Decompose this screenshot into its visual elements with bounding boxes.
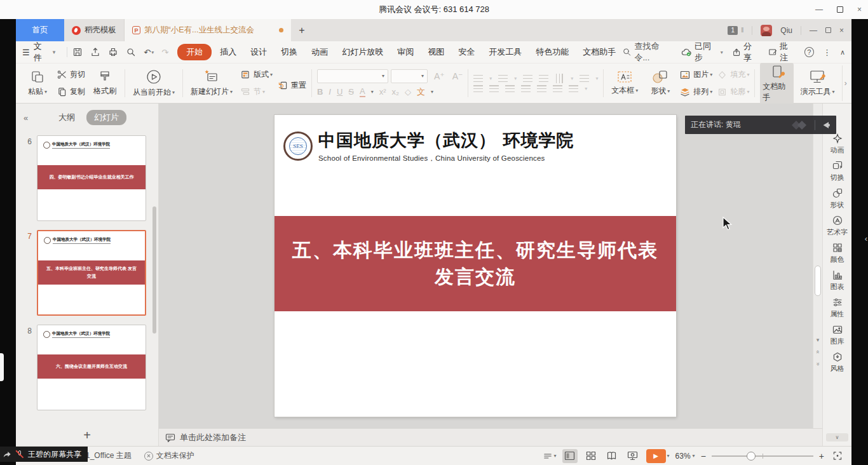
slide-title-banner: 五、本科毕业班班主任、研究生导师代表 发言交流 bbox=[275, 216, 676, 311]
chevron-down-icon: ▾ bbox=[53, 49, 56, 55]
tab-home[interactable]: 首页 bbox=[16, 19, 64, 41]
return-arrow-icon[interactable] bbox=[820, 121, 831, 130]
ribbon-overflow-button[interactable]: › bbox=[842, 65, 849, 101]
sidebar-item-colors[interactable]: 颜色 bbox=[831, 243, 844, 264]
picture-button[interactable]: 图片▾ bbox=[680, 68, 712, 82]
slide-thumbnail-8[interactable]: 中国地质大学（武汉）环境学院 六、围绕会议主题开展师生互动交流 bbox=[37, 325, 146, 410]
sidebar-item-wordart[interactable]: 艺术字 bbox=[827, 215, 848, 237]
quick-access-toolbar: ↶ ▾ ↷ bbox=[72, 47, 168, 57]
meeting-restore-icon[interactable] bbox=[837, 6, 843, 13]
more-menu-icon[interactable]: ⋮ bbox=[823, 48, 831, 57]
tab-docer-templates[interactable]: 稻壳模板 bbox=[64, 19, 125, 41]
find-command-box[interactable]: 查找命令... bbox=[623, 41, 672, 64]
doc-assistant-button[interactable]: 文档助手 bbox=[760, 63, 794, 104]
slide-sorter-button[interactable] bbox=[583, 449, 599, 463]
sidebar-item-shapes[interactable]: 形状 bbox=[831, 188, 844, 210]
zoom-slider-knob[interactable] bbox=[747, 452, 756, 461]
ribbon-tab-transition[interactable]: 切换 bbox=[274, 44, 304, 60]
file-menu[interactable]: ☰ 文件 ▾ bbox=[22, 41, 55, 64]
notes-bar[interactable]: 单击此处添加备注 bbox=[159, 428, 822, 446]
user-avatar[interactable] bbox=[761, 25, 772, 36]
tab-outline[interactable]: 大纲 bbox=[52, 110, 81, 125]
zoom-slider[interactable] bbox=[712, 452, 813, 461]
zoom-out-button[interactable]: − bbox=[701, 451, 706, 461]
collapse-sidebar-button[interactable]: ∨ bbox=[826, 433, 848, 441]
collapse-panel-icon[interactable]: « bbox=[24, 113, 28, 123]
vertical-scrollbar[interactable]: ▾ « « bbox=[813, 104, 822, 428]
current-slide[interactable]: SES 中国地质大学（武汉） 环境学院 School of Environmen… bbox=[275, 115, 676, 417]
sidebar-item-style[interactable]: 风格 bbox=[831, 352, 844, 374]
cut-button[interactable]: 剪切 bbox=[57, 68, 85, 82]
slideshow-view-button[interactable] bbox=[625, 449, 641, 463]
tab-slides[interactable]: 幻灯片 bbox=[86, 110, 126, 125]
wps-close-icon[interactable]: × bbox=[839, 26, 844, 35]
zoom-level-button[interactable]: 63% ▾ bbox=[675, 452, 695, 461]
meeting-close-icon[interactable]: × bbox=[857, 5, 862, 14]
notes-toggle-button[interactable]: ▾ bbox=[543, 452, 557, 461]
format-painter-button[interactable]: 格式刷 bbox=[90, 69, 119, 98]
sidebar-item-gallery[interactable]: 图库 bbox=[831, 325, 844, 346]
collapse-ribbon-icon[interactable]: ∧ bbox=[840, 48, 845, 57]
wps-restore-icon[interactable] bbox=[825, 27, 831, 33]
sidebar-item-animation[interactable]: 动画 bbox=[831, 133, 844, 155]
next-slide-icon[interactable]: « bbox=[813, 360, 822, 368]
save-icon[interactable] bbox=[72, 47, 83, 57]
ribbon-tab-security[interactable]: 安全 bbox=[451, 44, 482, 60]
ribbon-tab-view[interactable]: 视图 bbox=[421, 44, 451, 60]
ribbon-tab-design[interactable]: 设计 bbox=[243, 44, 274, 60]
copy-button[interactable]: 复制 bbox=[57, 85, 85, 99]
textbox-button[interactable]: 文本框▾ bbox=[609, 69, 641, 97]
theme-label[interactable]: 1_Office 主题 bbox=[86, 450, 132, 461]
tab-current-document[interactable]: P 第八期“小E有...业生线上交流会 bbox=[125, 19, 291, 41]
layout-button[interactable]: 版式▾ bbox=[240, 68, 273, 82]
paste-button[interactable]: 粘贴▾ bbox=[23, 68, 52, 98]
scroll-down-icon[interactable]: ▾ bbox=[813, 335, 822, 344]
ribbon-tab-animation[interactable]: 动画 bbox=[304, 44, 335, 60]
slide-thumbnail-6[interactable]: 中国地质大学（武汉）环境学院 四、娄明敏副书记介绍毕业生就业相关工作 bbox=[37, 135, 146, 221]
message-count-badge[interactable]: 1 bbox=[728, 26, 738, 35]
print-icon[interactable] bbox=[108, 47, 118, 57]
reading-view-button[interactable] bbox=[604, 449, 620, 463]
help-button[interactable]: ? bbox=[804, 47, 814, 57]
ribbon-tab-developer[interactable]: 开发工具 bbox=[482, 44, 529, 60]
new-slide-button[interactable]: 新建幻灯片▾ bbox=[188, 68, 235, 98]
ribbon-tab-features[interactable]: 特色功能 bbox=[529, 44, 576, 60]
new-tab-button[interactable]: + bbox=[291, 19, 313, 41]
export-icon[interactable] bbox=[90, 47, 100, 57]
slide-thumbnail-7-selected[interactable]: 中国地质大学（武汉）环境学院 五、本科毕业班班主任、研究生导师代表 发言交流 bbox=[37, 230, 146, 316]
sidebar-item-properties[interactable]: 属性 bbox=[831, 297, 844, 319]
present-tools-button[interactable]: 演示工具▾ bbox=[799, 68, 836, 98]
scrollbar-thumb[interactable] bbox=[815, 266, 821, 296]
fit-slide-button[interactable] bbox=[830, 449, 845, 463]
play-options-icon[interactable]: ▾ bbox=[667, 453, 670, 459]
ribbon-tab-review[interactable]: 审阅 bbox=[390, 44, 421, 60]
screen-share-indicator[interactable]: 王碧的屏幕共享 bbox=[0, 447, 88, 462]
thumbnail-scrollbar[interactable] bbox=[153, 206, 156, 334]
add-slide-button[interactable]: + bbox=[16, 424, 158, 446]
ribbon-tab-home[interactable]: 开始 bbox=[177, 44, 212, 60]
collapse-meeting-panel-icon[interactable]: ‹ bbox=[865, 234, 867, 243]
ribbon-tab-insert[interactable]: 插入 bbox=[213, 44, 243, 60]
wps-minimize-icon[interactable]: — bbox=[810, 26, 817, 35]
sidebar-item-transition[interactable]: 切换 bbox=[831, 161, 844, 182]
normal-view-button[interactable] bbox=[562, 449, 578, 463]
protection-status[interactable]: 文档未保护 bbox=[144, 450, 194, 461]
play-from-current-button[interactable]: 从当前开始▾ bbox=[130, 67, 177, 99]
play-slideshow-button[interactable]: ▶ bbox=[646, 449, 666, 463]
print-preview-icon[interactable] bbox=[126, 47, 136, 57]
meeting-minimize-icon[interactable]: — bbox=[815, 5, 823, 14]
previous-slide-icon[interactable]: « bbox=[813, 347, 822, 356]
sidebar-item-charts[interactable]: 图表 bbox=[831, 270, 844, 292]
colors-icon bbox=[832, 243, 843, 253]
slide-title-line2: 发言交流 bbox=[435, 264, 516, 290]
zoom-in-button[interactable]: + bbox=[819, 451, 824, 461]
ribbon-tab-doc-assistant[interactable]: 文档助手 bbox=[576, 44, 623, 60]
arrange-button[interactable]: 排列▾ bbox=[680, 85, 712, 99]
shapes-button[interactable]: 形状▾ bbox=[646, 69, 675, 98]
comment-button[interactable]: 批注 bbox=[768, 41, 796, 64]
share-button[interactable]: 分享 bbox=[732, 41, 759, 64]
undo-button[interactable]: ↶ ▾ bbox=[144, 48, 154, 57]
reset-button[interactable]: 重置 bbox=[278, 79, 306, 93]
sync-status-button[interactable]: 已同步 ▾ bbox=[681, 41, 723, 64]
ribbon-tab-slideshow[interactable]: 幻灯片放映 bbox=[335, 44, 390, 60]
